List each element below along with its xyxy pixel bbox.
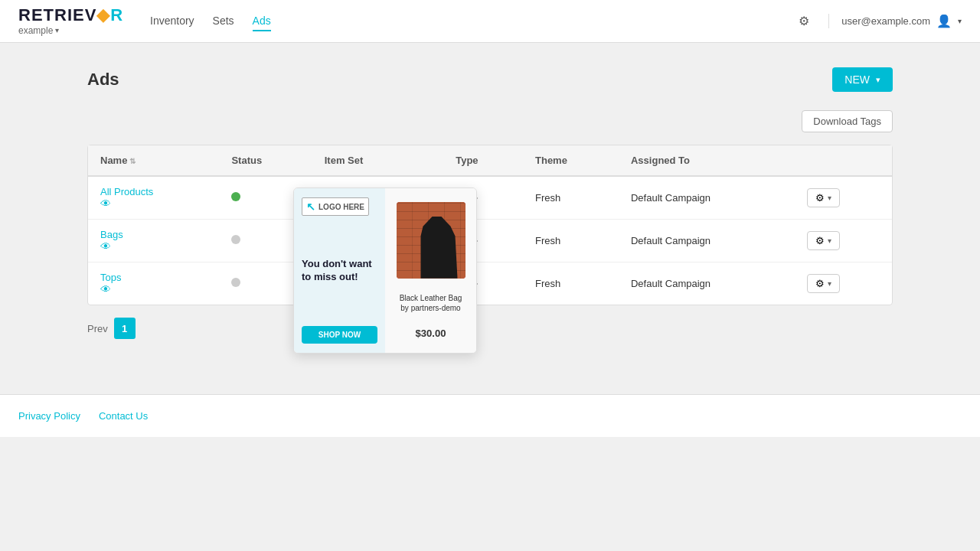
ad-logo-area: ↖ LOGO HERE xyxy=(302,197,369,216)
table-header: Name Status Item Set Type Theme Assigned… xyxy=(88,145,892,176)
nav-sets[interactable]: Sets xyxy=(213,11,234,31)
row-name-cell: All Products 👁 xyxy=(88,176,219,220)
row-action-cell: ⚙ xyxy=(795,262,892,305)
privacy-policy-link[interactable]: Privacy Policy xyxy=(18,410,80,422)
logo: RETRIEV◆R xyxy=(18,6,126,24)
row-settings-button[interactable]: ⚙ xyxy=(807,231,840,250)
row-action-cell: ⚙ xyxy=(795,220,892,262)
row-theme-cell: Fresh xyxy=(523,176,619,220)
table-row: All Products 👁 All Products </> Fresh De… xyxy=(88,176,892,220)
col-theme: Theme xyxy=(523,145,619,176)
ad-name-link-tops[interactable]: Tops xyxy=(100,272,207,283)
row-name-cell: Bags 👁 xyxy=(88,220,219,262)
row-assigned-cell: Default Campaign xyxy=(619,176,795,220)
ads-table: Name Status Item Set Type Theme Assigned… xyxy=(88,145,892,305)
preview-icon-bags[interactable]: 👁 xyxy=(100,240,111,253)
toolbar: Download Tags xyxy=(87,110,893,132)
ad-product-image xyxy=(397,202,466,279)
row-settings-button[interactable]: ⚙ xyxy=(807,274,840,293)
col-name[interactable]: Name xyxy=(88,145,219,176)
row-assigned-cell: Default Campaign xyxy=(619,262,795,305)
nav-inventory[interactable]: Inventory xyxy=(150,11,194,31)
table-row: Tops 👁 s </> Fresh Default Campaign ⚙ xyxy=(88,262,892,305)
ad-logo-icon: ↖ xyxy=(306,201,315,213)
preview-icon-tops[interactable]: 👁 xyxy=(100,283,111,295)
row-name-cell: Tops 👁 xyxy=(88,262,219,305)
new-button[interactable]: NEW xyxy=(832,67,893,92)
ad-product-price: $30.00 xyxy=(416,328,446,339)
status-indicator xyxy=(231,235,240,244)
ad-preview-popup: ↖ LOGO HERE You don't want to miss out! … xyxy=(293,187,477,354)
logo-subtitle[interactable]: example xyxy=(18,25,126,36)
ad-logo-label: LOGO HERE xyxy=(318,203,364,211)
main-content: Ads NEW Download Tags Name Status Item S… xyxy=(69,43,911,364)
table-body: All Products 👁 All Products </> Fresh De… xyxy=(88,176,892,305)
row-theme-cell: Fresh xyxy=(523,220,619,262)
contact-us-link[interactable]: Contact Us xyxy=(99,410,148,422)
gear-icon: ⚙ xyxy=(799,14,809,28)
header-right: ⚙ user@example.com 👤 ▾ xyxy=(792,9,962,34)
page-number[interactable]: 1 xyxy=(114,318,136,339)
ad-name-link-all-products[interactable]: All Products xyxy=(100,186,207,197)
ad-preview-inner: ↖ LOGO HERE You don't want to miss out! … xyxy=(294,188,476,353)
ad-product-name: Black Leather Bag by partners-demo xyxy=(400,293,462,313)
row-settings-button[interactable]: ⚙ xyxy=(807,188,840,207)
col-type: Type xyxy=(443,145,523,176)
pagination: Prev 1 xyxy=(87,318,893,339)
col-actions xyxy=(795,145,892,176)
settings-button[interactable]: ⚙ xyxy=(792,9,816,34)
user-dropdown-arrow: ▾ xyxy=(958,17,962,25)
ad-shop-now-button[interactable]: SHOP NOW xyxy=(302,326,377,344)
prev-label[interactable]: Prev xyxy=(87,323,108,334)
table-row: Bags 👁 s </> Fresh Default Campaign ⚙ xyxy=(88,220,892,262)
status-indicator xyxy=(231,278,240,287)
user-email: user@example.com xyxy=(841,15,930,27)
col-status: Status xyxy=(219,145,312,176)
footer: Privacy Policy Contact Us xyxy=(0,394,980,437)
page-header: Ads NEW xyxy=(87,67,893,92)
row-theme-cell: Fresh xyxy=(523,262,619,305)
gear-icon: ⚙ xyxy=(815,192,825,204)
gear-icon: ⚙ xyxy=(815,278,825,289)
page-title: Ads xyxy=(87,70,119,90)
header: RETRIEV◆R example Inventory Sets Ads ⚙ u… xyxy=(0,0,980,43)
col-assigned-to: Assigned To xyxy=(619,145,795,176)
status-indicator xyxy=(231,192,240,201)
user-icon: 👤 xyxy=(936,14,952,28)
ad-headline: You don't want to miss out! xyxy=(302,219,377,323)
ad-name-link-bags[interactable]: Bags xyxy=(100,229,207,240)
gear-icon: ⚙ xyxy=(815,235,825,246)
logo-area: RETRIEV◆R example xyxy=(18,6,126,35)
ad-preview-left: ↖ LOGO HERE You don't want to miss out! … xyxy=(294,188,385,353)
preview-icon-all-products[interactable]: 👁 xyxy=(100,197,111,210)
ad-preview-right: Black Leather Bag by partners-demo $30.0… xyxy=(385,188,476,353)
row-assigned-cell: Default Campaign xyxy=(619,220,795,262)
nav-ads[interactable]: Ads xyxy=(253,11,271,31)
ads-table-container: Name Status Item Set Type Theme Assigned… xyxy=(87,145,893,305)
main-nav: Inventory Sets Ads xyxy=(150,11,792,31)
user-menu[interactable]: user@example.com 👤 ▾ xyxy=(828,14,962,28)
download-tags-button[interactable]: Download Tags xyxy=(802,110,893,132)
col-item-set: Item Set xyxy=(312,145,443,176)
row-action-cell: ⚙ xyxy=(795,176,892,220)
